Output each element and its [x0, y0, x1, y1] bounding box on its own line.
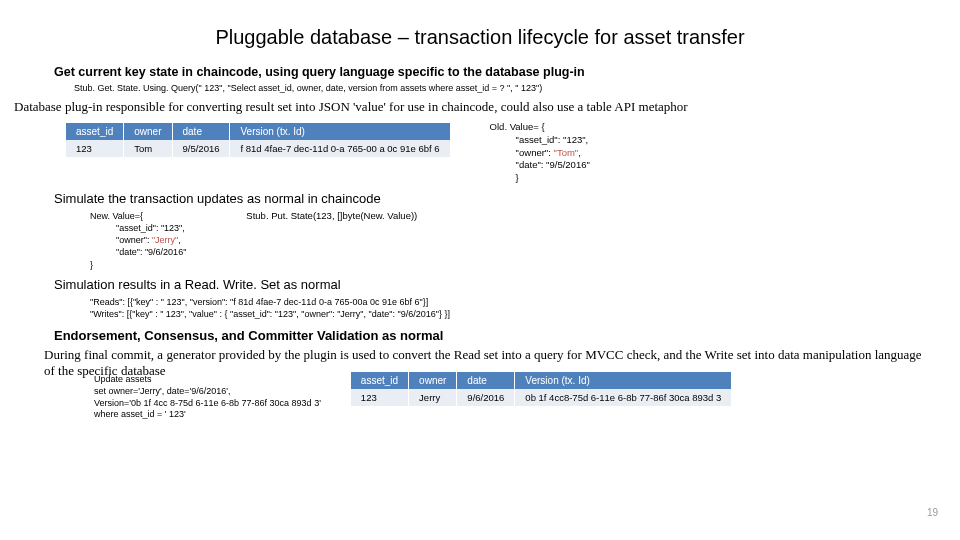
table-row: asset_id owner date Version (tx. Id) — [351, 372, 731, 389]
heading-simulate: Simulate the transaction updates as norm… — [54, 191, 932, 206]
td: 9/6/2016 — [457, 389, 515, 406]
th: owner — [409, 372, 457, 389]
text-line: New. Value={ — [90, 210, 186, 222]
code-stub-get: Stub. Get. State. Using. Query(" 123", "… — [74, 83, 932, 93]
th: date — [457, 372, 515, 389]
t: , — [178, 235, 181, 245]
heading-simresult: Simulation results in a Read. Write. Set… — [54, 277, 932, 292]
text-line: Old. Value= { — [490, 121, 590, 134]
td: 9/5/2016 — [172, 140, 230, 157]
table-row: 123 Jerry 9/6/2016 0b 1f 4cc8-75d 6-11e … — [351, 389, 731, 406]
table-before: asset_id owner date Version (tx. Id) 123… — [66, 123, 450, 157]
text-line: "owner": "Tom", — [490, 147, 590, 160]
t: "Tom" — [554, 147, 579, 158]
table-after: asset_id owner date Version (tx. Id) 123… — [351, 372, 731, 406]
oldvalue-json: Old. Value= { "asset_id": "123", "owner"… — [490, 121, 590, 185]
update-sql: Update assets set owner='Jerry', date='9… — [94, 374, 321, 421]
th: Version (tx. Id) — [230, 123, 450, 140]
heading-getstate: Get current key state in chaincode, usin… — [54, 65, 932, 79]
text-line: set owner='Jerry', date='9/6/2016', — [94, 386, 321, 398]
text-line: "asset_id": "123", — [90, 222, 186, 234]
table-row: 123 Tom 9/5/2016 f 81d 4fae-7 dec-11d 0-… — [66, 140, 450, 157]
newvalue-json: New. Value={ "asset_id": "123", "owner":… — [90, 210, 186, 271]
heading-plugin-resp: Database plug-in responsible for convert… — [14, 99, 932, 115]
td: 123 — [351, 389, 409, 406]
text-line: "date": "9/5/2016" — [490, 159, 590, 172]
t: "owner": — [116, 235, 152, 245]
text-line: where asset_id = ' 123' — [94, 409, 321, 421]
t: "Jerry" — [152, 235, 178, 245]
text-line: "date": "9/6/2016" — [90, 246, 186, 258]
row-newvalue-stubput: New. Value={ "asset_id": "123", "owner":… — [90, 210, 932, 271]
text-line: "asset_id": "123", — [490, 134, 590, 147]
td: f 81d 4fae-7 dec-11d 0-a 765-00 a 0c 91e… — [230, 140, 450, 157]
th: date — [172, 123, 230, 140]
writes-line: "Writes": [{"key" : " 123", "value" : { … — [90, 308, 932, 320]
content-area: Get current key state in chaincode, usin… — [0, 65, 960, 421]
heading-endorse: Endorsement, Consensus, and Committer Va… — [54, 328, 932, 343]
page-title: Pluggable database – transaction lifecyc… — [0, 0, 960, 59]
th: Version (tx. Id) — [515, 372, 731, 389]
text-line: } — [90, 259, 186, 271]
table-row: asset_id owner date Version (tx. Id) — [66, 123, 450, 140]
text-line: } — [490, 172, 590, 185]
code-stub-put: Stub. Put. State(123, []byte(New. Value)… — [246, 210, 417, 221]
row-table-oldvalue: asset_id owner date Version (tx. Id) 123… — [66, 121, 932, 185]
th: asset_id — [66, 123, 124, 140]
t: "owner": — [516, 147, 554, 158]
td: 0b 1f 4cc8-75d 6-11e 6-8b 77-86f 30ca 89… — [515, 389, 731, 406]
page-number: 19 — [927, 507, 938, 518]
text-line: Update assets — [94, 374, 321, 386]
th: asset_id — [351, 372, 409, 389]
t: , — [578, 147, 581, 158]
row-update-table: Update assets set owner='Jerry', date='9… — [94, 378, 932, 421]
td: 123 — [66, 140, 124, 157]
td: Tom — [124, 140, 172, 157]
th: owner — [124, 123, 172, 140]
reads-line: "Reads": [{"key" : " 123", "version": "f… — [90, 296, 932, 308]
td: Jerry — [409, 389, 457, 406]
text-line: "owner": "Jerry", — [90, 234, 186, 246]
readwrite-set: "Reads": [{"key" : " 123", "version": "f… — [90, 296, 932, 320]
text-line: Version='0b 1f 4cc 8-75d 6-11e 6-8b 77-8… — [94, 398, 321, 410]
